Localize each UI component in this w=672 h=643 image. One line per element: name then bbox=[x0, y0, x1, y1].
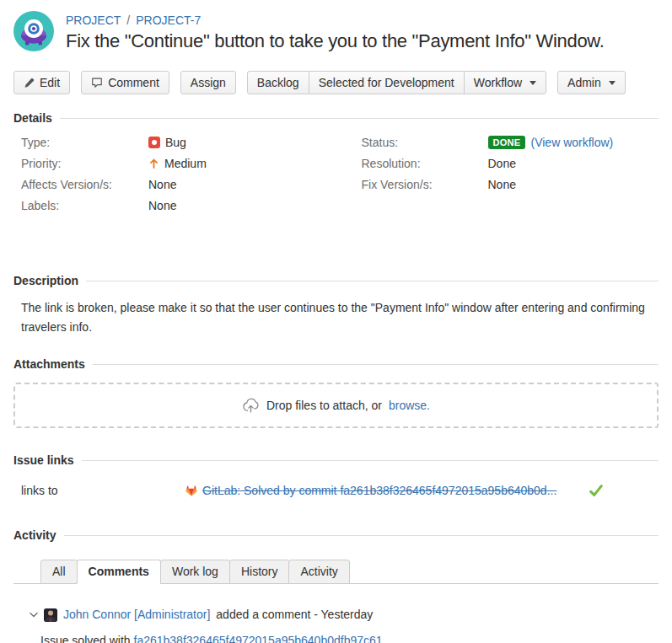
user-avatar bbox=[44, 608, 57, 622]
tab-comments[interactable]: Comments bbox=[77, 560, 161, 584]
comment-text: Issue solved with bbox=[40, 634, 134, 643]
assign-button[interactable]: Assign bbox=[180, 71, 236, 94]
section-rule bbox=[93, 364, 659, 365]
priority-medium-arrow-icon bbox=[148, 158, 159, 169]
comment-header: John Connor [Administrator] added a comm… bbox=[30, 608, 659, 622]
issue-view-page: PROJECT/PROJECT-7 Fix the "Continue" but… bbox=[0, 0, 672, 643]
resolution-field: Resolution: Done bbox=[362, 157, 659, 170]
type-label: Type: bbox=[13, 136, 148, 149]
workflow-dropdown-button[interactable]: Workflow bbox=[464, 71, 546, 94]
cloud-upload-icon bbox=[242, 397, 260, 415]
edit-button-label: Edit bbox=[40, 76, 60, 89]
link-relation-label: links to bbox=[13, 484, 185, 497]
alien-monster-icon bbox=[13, 11, 54, 51]
comment-author-link[interactable]: John Connor [Administrator] bbox=[63, 608, 210, 622]
priority-label: Priority: bbox=[13, 157, 148, 170]
affects-version-field: Affects Version/s: None bbox=[13, 178, 336, 191]
details-right-column: Status: DONE (View workflow) Resolution:… bbox=[336, 136, 659, 220]
issue-header: PROJECT/PROJECT-7 Fix the "Continue" but… bbox=[0, 0, 672, 51]
details-heading-label: Details bbox=[13, 111, 52, 126]
admin-dropdown-label: Admin bbox=[567, 76, 601, 89]
selected-for-development-button[interactable]: Selected for Development bbox=[309, 71, 465, 94]
priority-value: Medium bbox=[164, 157, 207, 170]
breadcrumb-project-link[interactable]: PROJECT bbox=[66, 13, 121, 27]
chevron-down-icon bbox=[530, 81, 536, 85]
tab-activity[interactable]: Activity bbox=[288, 560, 349, 584]
description-section-heading: Description bbox=[13, 274, 659, 288]
attachment-dropzone[interactable]: Drop files to attach, or browse. bbox=[13, 383, 659, 428]
comment-bubble-icon bbox=[91, 77, 103, 88]
admin-button-group: Admin bbox=[557, 71, 626, 94]
comment-button[interactable]: Comment bbox=[81, 71, 169, 94]
comment-body: Issue solved with fa261b38f326465f497201… bbox=[40, 633, 659, 643]
view-workflow-link[interactable]: (View workflow) bbox=[530, 136, 613, 149]
description-text: The link is broken, please make it so th… bbox=[21, 298, 655, 337]
comment-button-label: Comment bbox=[108, 76, 159, 89]
tab-work-log[interactable]: Work log bbox=[160, 560, 230, 584]
fix-version-value: None bbox=[488, 178, 516, 191]
admin-dropdown-button[interactable]: Admin bbox=[557, 71, 626, 94]
breadcrumb-issue-link[interactable]: PROJECT-7 bbox=[136, 13, 201, 27]
type-field: Type: Bug bbox=[13, 136, 336, 149]
breadcrumb: PROJECT/PROJECT-7 bbox=[66, 11, 605, 27]
comment-text-suffix: . bbox=[383, 634, 386, 643]
affects-version-value: None bbox=[148, 178, 176, 191]
selected-for-development-label: Selected for Development bbox=[319, 76, 454, 89]
issue-title: Fix the "Continue" button to take you to… bbox=[66, 31, 605, 51]
section-rule bbox=[60, 118, 659, 119]
header-text: PROJECT/PROJECT-7 Fix the "Continue" but… bbox=[66, 11, 605, 51]
issue-links-section-heading: Issue links bbox=[13, 453, 659, 468]
gitlab-link-cell: GitLab: Solved by commit fa261b38f326465… bbox=[185, 484, 556, 497]
workflow-dropdown-label: Workflow bbox=[474, 76, 522, 89]
affects-version-label: Affects Version/s: bbox=[13, 178, 148, 191]
details-grid: Type: Bug Priority: Medium Affects Versi… bbox=[13, 136, 659, 220]
attachments-section-heading: Attachments bbox=[13, 357, 659, 372]
toolbar: Edit Comment Assign Backlog Selected for… bbox=[13, 71, 659, 94]
collapse-chevron-icon[interactable] bbox=[30, 612, 38, 618]
gitlab-icon bbox=[185, 485, 198, 497]
labels-value: None bbox=[148, 199, 176, 212]
resolved-check-icon bbox=[589, 483, 604, 498]
status-field: Status: DONE (View workflow) bbox=[362, 136, 659, 149]
section-rule bbox=[86, 281, 659, 281]
tab-history[interactable]: History bbox=[229, 560, 290, 584]
breadcrumb-separator: / bbox=[126, 13, 130, 27]
resolution-label: Resolution: bbox=[362, 157, 488, 170]
labels-field: Labels: None bbox=[13, 199, 336, 212]
fix-version-field: Fix Version/s: None bbox=[362, 178, 659, 191]
browse-link[interactable]: browse. bbox=[389, 399, 430, 412]
activity-heading-label: Activity bbox=[13, 528, 56, 543]
pencil-icon bbox=[24, 78, 35, 88]
section-rule bbox=[82, 460, 659, 461]
issue-links-heading-label: Issue links bbox=[13, 453, 74, 468]
assign-button-label: Assign bbox=[191, 76, 226, 89]
bug-icon bbox=[148, 137, 160, 148]
tab-all[interactable]: All bbox=[40, 560, 78, 584]
description-heading-label: Description bbox=[13, 274, 78, 288]
project-avatar bbox=[13, 11, 54, 51]
details-section-heading: Details bbox=[13, 111, 659, 126]
workflow-button-group: Backlog Selected for Development Workflo… bbox=[247, 71, 546, 94]
activity-section-heading: Activity bbox=[13, 528, 659, 543]
comment-meta: added a comment - Yesterday bbox=[216, 608, 373, 622]
fix-version-label: Fix Version/s: bbox=[362, 178, 488, 191]
issue-link-row: links to GitLab: Solved by commit fa261b… bbox=[13, 483, 659, 498]
edit-button[interactable]: Edit bbox=[13, 71, 70, 94]
activity-tabs: All Comments Work log History Activity bbox=[13, 560, 659, 584]
resolution-value: Done bbox=[488, 157, 516, 170]
details-left-column: Type: Bug Priority: Medium Affects Versi… bbox=[13, 136, 336, 220]
attachments-heading-label: Attachments bbox=[13, 357, 85, 372]
type-value: Bug bbox=[165, 136, 186, 149]
status-label: Status: bbox=[362, 136, 488, 149]
priority-field: Priority: Medium bbox=[13, 157, 336, 170]
dropzone-text: Drop files to attach, or bbox=[266, 399, 382, 412]
gitlab-commit-link[interactable]: GitLab: Solved by commit fa261b38f326465… bbox=[202, 484, 556, 497]
backlog-button-label: Backlog bbox=[257, 76, 299, 89]
section-rule bbox=[64, 535, 659, 536]
status-badge: DONE bbox=[488, 136, 526, 149]
backlog-button[interactable]: Backlog bbox=[247, 71, 309, 94]
chevron-down-icon bbox=[609, 81, 616, 85]
labels-label: Labels: bbox=[13, 199, 148, 212]
commit-hash-link[interactable]: fa261b38f326465f4972015a95b640b0dfb97c61 bbox=[134, 634, 383, 643]
